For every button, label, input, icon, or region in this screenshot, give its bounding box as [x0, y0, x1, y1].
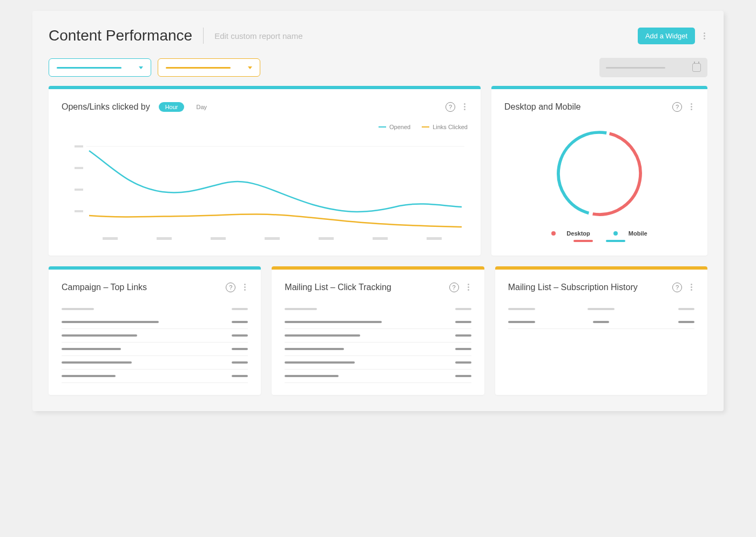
title-divider [203, 28, 204, 44]
list-row[interactable] [285, 316, 471, 329]
cell-placeholder [678, 321, 694, 323]
list-row[interactable] [285, 356, 471, 370]
cell-placeholder [232, 321, 248, 323]
card-desktop-mobile: Desktop and Mobile ? Desktop Mobile [491, 86, 707, 256]
card-title: Mailing List – Click Tracking [285, 283, 391, 292]
list-row[interactable] [508, 316, 694, 329]
calendar-icon [692, 63, 701, 72]
series-opened [89, 151, 462, 212]
column-header-placeholder [588, 308, 615, 310]
chevron-down-icon [139, 66, 143, 69]
chart-legend: Opened Links Clicked [62, 122, 468, 130]
svg-rect-11 [427, 237, 442, 240]
list-row[interactable] [285, 370, 471, 383]
card-opens-links: Opens/Links clicked by Hour Day ? Opened… [49, 86, 481, 256]
filter-placeholder-icon [57, 67, 122, 69]
svg-rect-8 [265, 237, 280, 240]
dashboard-page: Content Performance Edit custom report n… [32, 11, 724, 411]
legend-dot-mobile [613, 231, 618, 236]
help-icon[interactable]: ? [672, 102, 682, 112]
card-more-menu[interactable] [465, 281, 471, 293]
slice-desktop [552, 126, 647, 221]
card-title: Desktop and Mobile [504, 102, 580, 112]
column-header-placeholder [232, 308, 248, 310]
list-header [508, 303, 694, 316]
column-header-placeholder [285, 308, 317, 310]
column-header-placeholder [678, 308, 694, 310]
cell-placeholder [285, 334, 360, 337]
cell-placeholder [62, 375, 116, 377]
page-more-menu[interactable] [701, 30, 707, 42]
cell-placeholder [232, 334, 248, 337]
cell-placeholder [455, 334, 471, 337]
list-row[interactable] [285, 343, 471, 356]
date-range-picker[interactable] [599, 58, 707, 77]
card-top-links: Campaign – Top Links ? [49, 266, 261, 395]
column-header-placeholder [455, 308, 471, 310]
cell-placeholder [455, 321, 471, 323]
toggle-day[interactable]: Day [190, 102, 213, 112]
help-icon[interactable]: ? [672, 283, 682, 292]
card-title: Opens/Links clicked by [62, 102, 150, 112]
list-row[interactable] [62, 370, 248, 383]
card-more-menu[interactable] [688, 281, 694, 293]
cell-placeholder [62, 334, 137, 337]
card-more-menu[interactable] [462, 101, 468, 112]
chevron-down-icon [248, 66, 252, 69]
card-title: Mailing List – Subscription History [508, 283, 638, 292]
add-widget-button[interactable]: Add a Widget [638, 28, 695, 44]
list-header [285, 303, 471, 316]
legend-dot-desktop [551, 231, 556, 236]
filters-row [49, 58, 707, 77]
legend-label: Mobile [629, 230, 647, 237]
list-row[interactable] [62, 329, 248, 343]
legend-bar-desktop [573, 240, 593, 242]
svg-rect-9 [319, 237, 334, 240]
toggle-hour[interactable]: Hour [159, 102, 185, 112]
legend-bar-mobile [606, 240, 625, 242]
cell-placeholder [508, 321, 535, 323]
help-icon[interactable]: ? [226, 283, 235, 292]
svg-rect-7 [211, 237, 226, 240]
page-header: Content Performance Edit custom report n… [49, 27, 707, 44]
card-more-menu[interactable] [688, 101, 694, 112]
legend-swatch-opened [379, 126, 386, 127]
help-icon[interactable]: ? [449, 283, 459, 292]
cell-placeholder [455, 375, 471, 377]
svg-rect-5 [103, 237, 118, 240]
legend-label: Desktop [566, 230, 590, 237]
card-more-menu[interactable] [242, 281, 248, 293]
list-row[interactable] [285, 329, 471, 343]
cell-placeholder [62, 361, 132, 364]
svg-rect-6 [157, 237, 172, 240]
filter-dropdown-primary[interactable] [49, 58, 151, 77]
legend-label: Opened [389, 124, 410, 130]
slice-mobile [552, 126, 647, 221]
legend-label: Links Clicked [433, 124, 468, 130]
time-granularity-toggle: Hour Day [159, 102, 213, 112]
cell-placeholder [62, 348, 121, 350]
filter-dropdown-secondary[interactable] [158, 58, 260, 77]
cell-placeholder [455, 361, 471, 364]
date-placeholder-icon [606, 67, 665, 69]
cell-placeholder [285, 375, 339, 377]
cell-placeholder [232, 375, 248, 377]
card-title: Campaign – Top Links [62, 283, 147, 292]
list-row[interactable] [62, 343, 248, 356]
list-header [62, 303, 248, 316]
series-links-clicked [89, 214, 462, 227]
column-header-placeholder [508, 308, 535, 310]
cell-placeholder [285, 321, 382, 323]
list-row[interactable] [62, 316, 248, 329]
cell-placeholder [285, 361, 355, 364]
svg-rect-10 [373, 237, 388, 240]
report-name-edit[interactable]: Edit custom report name [214, 31, 302, 41]
donut-chart [548, 122, 651, 225]
list-row[interactable] [62, 356, 248, 370]
cell-placeholder [285, 348, 344, 350]
column-header-placeholder [62, 308, 94, 310]
help-icon[interactable]: ? [446, 102, 455, 112]
cell-placeholder [62, 321, 159, 323]
filter-placeholder-icon [166, 67, 231, 69]
cell-placeholder [455, 348, 471, 350]
